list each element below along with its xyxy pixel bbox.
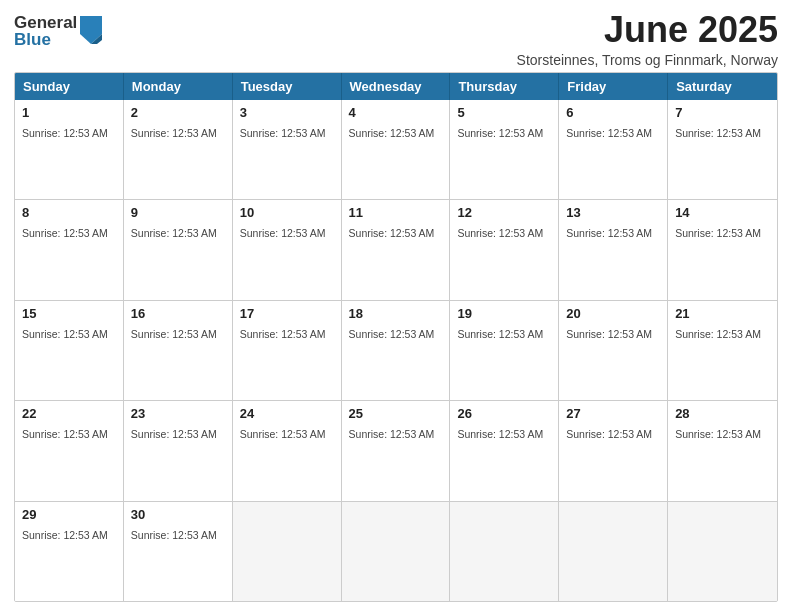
day-info: Sunrise: 12:53 AM	[240, 328, 326, 340]
day-number: 19	[457, 306, 551, 321]
calendar-cell	[342, 502, 451, 601]
day-info: Sunrise: 12:53 AM	[349, 328, 435, 340]
day-number: 22	[22, 406, 116, 421]
calendar-cell: 27Sunrise: 12:53 AM	[559, 401, 668, 500]
calendar-cell: 11Sunrise: 12:53 AM	[342, 200, 451, 299]
calendar-cell	[668, 502, 777, 601]
day-info: Sunrise: 12:53 AM	[22, 127, 108, 139]
day-info: Sunrise: 12:53 AM	[566, 227, 652, 239]
day-info: Sunrise: 12:53 AM	[240, 127, 326, 139]
header-thursday: Thursday	[450, 73, 559, 100]
calendar: Sunday Monday Tuesday Wednesday Thursday…	[14, 72, 778, 602]
header-friday: Friday	[559, 73, 668, 100]
day-number: 15	[22, 306, 116, 321]
logo-blue: Blue	[14, 31, 77, 48]
day-number: 10	[240, 205, 334, 220]
calendar-cell: 20Sunrise: 12:53 AM	[559, 301, 668, 400]
calendar-header: Sunday Monday Tuesday Wednesday Thursday…	[15, 73, 777, 100]
day-info: Sunrise: 12:53 AM	[240, 227, 326, 239]
page: General Blue June 2025 Storsteinnes, Tro…	[0, 0, 792, 612]
calendar-cell	[450, 502, 559, 601]
logo-general: General	[14, 14, 77, 31]
calendar-cell: 26Sunrise: 12:53 AM	[450, 401, 559, 500]
day-number: 5	[457, 105, 551, 120]
day-number: 18	[349, 306, 443, 321]
calendar-cell: 5Sunrise: 12:53 AM	[450, 100, 559, 199]
calendar-cell: 23Sunrise: 12:53 AM	[124, 401, 233, 500]
calendar-cell: 30Sunrise: 12:53 AM	[124, 502, 233, 601]
calendar-cell: 3Sunrise: 12:53 AM	[233, 100, 342, 199]
calendar-row-5: 29Sunrise: 12:53 AM30Sunrise: 12:53 AM	[15, 502, 777, 601]
day-info: Sunrise: 12:53 AM	[675, 428, 761, 440]
calendar-cell: 13Sunrise: 12:53 AM	[559, 200, 668, 299]
logo-icon	[80, 16, 102, 44]
calendar-cell: 12Sunrise: 12:53 AM	[450, 200, 559, 299]
calendar-cell: 29Sunrise: 12:53 AM	[15, 502, 124, 601]
day-info: Sunrise: 12:53 AM	[131, 529, 217, 541]
calendar-cell: 25Sunrise: 12:53 AM	[342, 401, 451, 500]
day-info: Sunrise: 12:53 AM	[457, 127, 543, 139]
day-info: Sunrise: 12:53 AM	[240, 428, 326, 440]
day-number: 27	[566, 406, 660, 421]
day-number: 23	[131, 406, 225, 421]
day-info: Sunrise: 12:53 AM	[675, 328, 761, 340]
calendar-cell: 7Sunrise: 12:53 AM	[668, 100, 777, 199]
calendar-row-4: 22Sunrise: 12:53 AM23Sunrise: 12:53 AM24…	[15, 401, 777, 501]
calendar-cell: 10Sunrise: 12:53 AM	[233, 200, 342, 299]
logo-text: General Blue	[14, 14, 77, 48]
day-number: 6	[566, 105, 660, 120]
day-number: 28	[675, 406, 770, 421]
day-info: Sunrise: 12:53 AM	[457, 328, 543, 340]
day-info: Sunrise: 12:53 AM	[131, 428, 217, 440]
day-number: 13	[566, 205, 660, 220]
calendar-cell: 15Sunrise: 12:53 AM	[15, 301, 124, 400]
header-tuesday: Tuesday	[233, 73, 342, 100]
calendar-cell: 2Sunrise: 12:53 AM	[124, 100, 233, 199]
day-number: 17	[240, 306, 334, 321]
calendar-cell	[233, 502, 342, 601]
calendar-cell: 14Sunrise: 12:53 AM	[668, 200, 777, 299]
day-number: 20	[566, 306, 660, 321]
calendar-body: 1Sunrise: 12:53 AM2Sunrise: 12:53 AM3Sun…	[15, 100, 777, 601]
calendar-cell: 18Sunrise: 12:53 AM	[342, 301, 451, 400]
calendar-cell: 8Sunrise: 12:53 AM	[15, 200, 124, 299]
day-number: 7	[675, 105, 770, 120]
day-number: 12	[457, 205, 551, 220]
day-number: 24	[240, 406, 334, 421]
header-saturday: Saturday	[668, 73, 777, 100]
day-number: 21	[675, 306, 770, 321]
day-number: 14	[675, 205, 770, 220]
title-block: June 2025 Storsteinnes, Troms og Finnmar…	[517, 10, 778, 68]
day-info: Sunrise: 12:53 AM	[566, 127, 652, 139]
day-info: Sunrise: 12:53 AM	[349, 127, 435, 139]
day-info: Sunrise: 12:53 AM	[675, 227, 761, 239]
location: Storsteinnes, Troms og Finnmark, Norway	[517, 52, 778, 68]
calendar-row-2: 8Sunrise: 12:53 AM9Sunrise: 12:53 AM10Su…	[15, 200, 777, 300]
day-info: Sunrise: 12:53 AM	[131, 227, 217, 239]
calendar-cell: 6Sunrise: 12:53 AM	[559, 100, 668, 199]
calendar-cell	[559, 502, 668, 601]
logo: General Blue	[14, 14, 102, 48]
month-title: June 2025	[517, 10, 778, 50]
day-info: Sunrise: 12:53 AM	[22, 529, 108, 541]
day-info: Sunrise: 12:53 AM	[457, 227, 543, 239]
calendar-cell: 16Sunrise: 12:53 AM	[124, 301, 233, 400]
day-number: 2	[131, 105, 225, 120]
day-info: Sunrise: 12:53 AM	[349, 428, 435, 440]
day-number: 29	[22, 507, 116, 522]
calendar-cell: 1Sunrise: 12:53 AM	[15, 100, 124, 199]
day-number: 9	[131, 205, 225, 220]
day-info: Sunrise: 12:53 AM	[675, 127, 761, 139]
calendar-cell: 9Sunrise: 12:53 AM	[124, 200, 233, 299]
day-info: Sunrise: 12:53 AM	[131, 127, 217, 139]
calendar-cell: 21Sunrise: 12:53 AM	[668, 301, 777, 400]
header-wednesday: Wednesday	[342, 73, 451, 100]
day-info: Sunrise: 12:53 AM	[457, 428, 543, 440]
day-number: 30	[131, 507, 225, 522]
calendar-cell: 17Sunrise: 12:53 AM	[233, 301, 342, 400]
calendar-cell: 19Sunrise: 12:53 AM	[450, 301, 559, 400]
calendar-cell: 28Sunrise: 12:53 AM	[668, 401, 777, 500]
day-number: 4	[349, 105, 443, 120]
calendar-cell: 4Sunrise: 12:53 AM	[342, 100, 451, 199]
day-info: Sunrise: 12:53 AM	[22, 328, 108, 340]
